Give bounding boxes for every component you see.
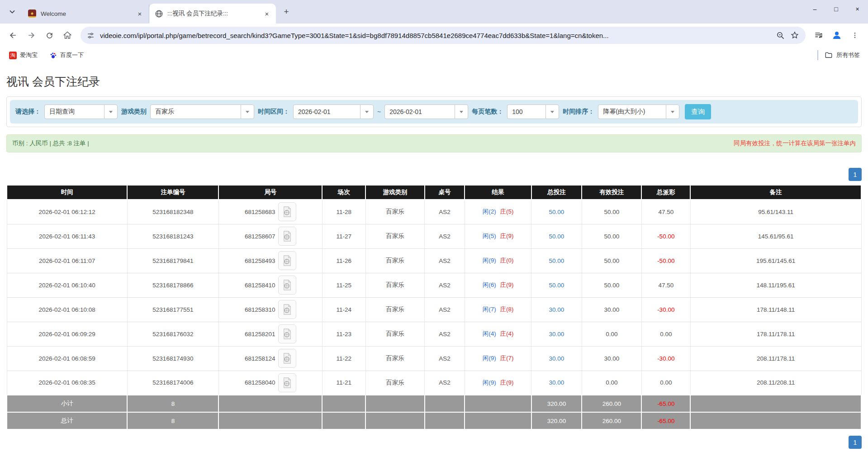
dropdown-arrow-icon[interactable]	[455, 105, 468, 119]
table-no-cell: AS2	[425, 297, 465, 322]
video-replay-button[interactable]	[278, 202, 296, 221]
video-replay-button[interactable]	[278, 227, 296, 246]
page-1-button[interactable]: 1	[849, 436, 862, 449]
url-text[interactable]: videoie.com/ipl/portal.php/game/betrecor…	[100, 32, 771, 39]
page-1-button[interactable]: 1	[849, 168, 862, 181]
bet-id-cell: 523168181243	[127, 224, 218, 248]
dropdown-arrow-icon[interactable]	[104, 105, 118, 119]
total-bet-link[interactable]: 30.00	[549, 355, 564, 362]
reload-icon	[45, 31, 54, 40]
result-cell: 闲(9) 庄(0)	[465, 248, 531, 273]
bet-id-cell: 523168174006	[127, 371, 218, 395]
game-type-cell: 百家乐	[365, 346, 424, 371]
result-player-text: 闲(9)	[483, 379, 496, 386]
total-bet-link[interactable]: 50.00	[549, 209, 564, 215]
query-type-value[interactable]: 日期查询	[44, 105, 104, 119]
video-replay-button[interactable]	[278, 251, 296, 270]
video-replay-button[interactable]	[278, 276, 296, 295]
bet-id-cell: 523168178866	[127, 273, 218, 297]
page-size-value[interactable]: 100	[507, 105, 545, 119]
round-id-cell: 681258607	[218, 224, 322, 248]
home-button[interactable]	[59, 27, 76, 44]
forward-button[interactable]	[23, 27, 40, 44]
browser-menu-button[interactable]	[846, 27, 863, 44]
window-minimize-button[interactable]: –	[804, 0, 825, 18]
zoom-icon[interactable]	[776, 31, 785, 40]
col-header-round-id: 局号	[218, 185, 322, 200]
back-button[interactable]	[5, 27, 22, 44]
time-sort-value[interactable]: 降幂(由大到小)	[598, 105, 666, 119]
new-tab-button[interactable]: +	[280, 5, 293, 19]
table-row: 2026-02-01 06:08:59 523168174930 6812581…	[7, 346, 861, 371]
reload-button[interactable]	[41, 27, 58, 44]
col-header-bet-id: 注单编号	[127, 185, 218, 200]
video-replay-icon	[282, 206, 292, 217]
dropdown-arrow-icon[interactable]	[241, 105, 254, 119]
query-type-select[interactable]: 日期查询	[44, 105, 118, 119]
tab-close-icon[interactable]: ×	[262, 9, 271, 18]
window-maximize-button[interactable]: □	[825, 0, 847, 18]
page-size-select[interactable]: 100	[507, 105, 559, 119]
total-bet-link[interactable]: 50.00	[549, 257, 564, 264]
dropdown-arrow-icon[interactable]	[360, 105, 374, 119]
game-type-select[interactable]: 百家乐	[150, 105, 254, 119]
video-replay-button[interactable]	[278, 324, 296, 343]
video-replay-button[interactable]	[278, 300, 296, 319]
home-icon	[63, 31, 72, 40]
bookmark-star-icon[interactable]	[790, 31, 799, 40]
dropdown-arrow-icon[interactable]	[545, 105, 559, 119]
search-button[interactable]: 查询	[685, 104, 711, 119]
profile-avatar[interactable]	[828, 27, 845, 44]
tab-title: Welcome	[41, 10, 131, 17]
valid-bet-cell: 50.00	[582, 200, 641, 224]
total-bet-link[interactable]: 50.00	[549, 233, 564, 240]
globe-icon	[155, 10, 163, 18]
bet-id-cell: 523168182348	[127, 200, 218, 224]
game-type-value[interactable]: 百家乐	[150, 105, 241, 119]
media-controls-button[interactable]	[810, 27, 827, 44]
total-bet-link[interactable]: 30.00	[549, 331, 564, 338]
time-sort-select[interactable]: 降幂(由大到小)	[598, 105, 679, 119]
window-close-button[interactable]: ×	[847, 0, 868, 18]
bookmarks-bar: 淘 爱淘宝 百度一下 所有书签	[0, 47, 868, 63]
total-bet-link[interactable]: 30.00	[549, 306, 564, 313]
video-replay-button[interactable]	[278, 349, 296, 368]
date-from-value[interactable]: 2026-02-01	[293, 105, 360, 119]
bookmark-baidu[interactable]: 百度一下	[46, 49, 87, 61]
bookmark-aitaobao[interactable]: 淘 爱淘宝	[5, 49, 41, 61]
address-bar[interactable]: videoie.com/ipl/portal.php/game/betrecor…	[81, 27, 806, 44]
site-settings-tune-icon[interactable]	[87, 32, 95, 39]
round-id-cell: 681258124	[218, 346, 322, 371]
time-cell: 2026-02-01 06:08:35	[7, 371, 127, 395]
three-dot-menu-icon	[851, 32, 859, 39]
tab-bet-record-active[interactable]: :::视讯 会员下注纪录::: ×	[149, 4, 276, 24]
video-replay-icon	[282, 304, 292, 315]
grand-total-count: 8	[127, 412, 218, 429]
summary-info-bar: 币别 : 人民币 | 总共 :8 注单 | 同局有效投注，统一计算在该局第一张注…	[6, 134, 862, 152]
bet-id-cell: 523168179841	[127, 248, 218, 273]
video-replay-button[interactable]	[278, 373, 296, 392]
game-type-cell: 百家乐	[365, 200, 424, 224]
subtotal-label: 小计	[7, 395, 127, 412]
tab-welcome[interactable]: ♠ Welcome ×	[23, 5, 149, 23]
result-player-text: 闲(5)	[483, 233, 496, 239]
session-cell: 11-25	[322, 273, 365, 297]
video-replay-icon	[282, 353, 292, 364]
valid-bet-notice-text: 同局有效投注，统一计算在该局第一张注单内	[734, 139, 856, 147]
table-no-cell: AS2	[425, 322, 465, 346]
dropdown-arrow-icon[interactable]	[666, 105, 679, 119]
time-sort-label: 时间排序：	[563, 108, 594, 116]
date-to-value[interactable]: 2026-02-01	[384, 105, 455, 119]
result-player-text: 闲(2)	[483, 208, 496, 215]
table-no-cell: AS2	[425, 273, 465, 297]
total-bet-link[interactable]: 30.00	[549, 379, 564, 386]
result-cell: 闲(5) 庄(9)	[465, 224, 531, 248]
all-bookmarks-button[interactable]: 所有书签	[825, 51, 863, 59]
payout-cell: 0.00	[641, 371, 690, 395]
video-replay-icon	[282, 280, 292, 290]
tab-search-button[interactable]	[5, 4, 20, 19]
total-bet-link[interactable]: 50.00	[549, 282, 564, 289]
date-from-select[interactable]: 2026-02-01	[293, 105, 374, 119]
tab-close-icon[interactable]: ×	[135, 9, 144, 18]
date-to-select[interactable]: 2026-02-01	[384, 105, 468, 119]
